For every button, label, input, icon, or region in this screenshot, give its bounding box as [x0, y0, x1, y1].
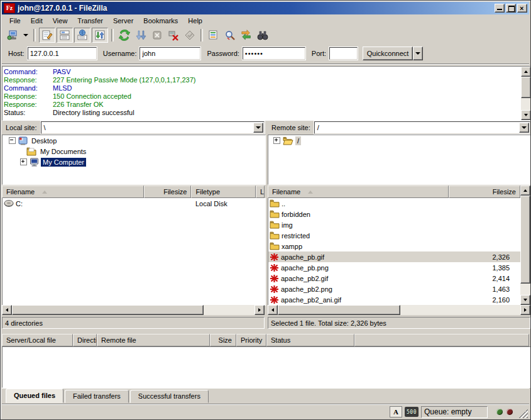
tab-successful-transfers[interactable]: Successful transfers — [130, 390, 209, 403]
scroll-down-button[interactable] — [520, 295, 530, 305]
local-site-combo[interactable]: \ — [41, 121, 265, 134]
log-scrollbar[interactable] — [521, 67, 531, 120]
file-row-selected[interactable]: apache_pb.gif 2,326 — [268, 251, 521, 262]
scrollbar-thumb[interactable] — [521, 77, 531, 98]
scrollbar-thumb[interactable] — [520, 196, 530, 284]
title-bar[interactable]: Fz john@127.0.0.1 - FileZilla × — [2, 2, 529, 14]
file-row[interactable]: restricted — [268, 230, 521, 241]
synchronized-browsing-button[interactable] — [239, 28, 254, 42]
search-files-button[interactable] — [255, 28, 270, 42]
process-queue-button[interactable] — [133, 28, 148, 42]
toggle-remote-tree-button[interactable] — [74, 28, 90, 43]
column-header-priority[interactable]: Priority — [236, 334, 266, 346]
tree-item-root[interactable]: / — [268, 135, 531, 146]
column-header-label: Priority — [241, 336, 262, 344]
password-input[interactable] — [243, 47, 305, 60]
quickconnect-button[interactable]: Quickconnect — [363, 47, 413, 60]
scroll-left-button[interactable] — [2, 305, 12, 315]
compare-button[interactable] — [222, 28, 238, 42]
column-header-filesize[interactable]: Filesize — [449, 185, 520, 198]
maximize-button[interactable] — [506, 4, 516, 13]
resize-grip[interactable] — [519, 409, 528, 418]
column-header-status[interactable]: Status — [266, 334, 354, 346]
column-header-remote-file[interactable]: Remote file — [97, 334, 210, 346]
maximize-icon — [508, 6, 515, 12]
column-header-filename[interactable]: Filename — [2, 185, 144, 198]
remote-vertical-scrollbar[interactable] — [520, 185, 530, 305]
data-type-indicator[interactable]: A — [390, 406, 402, 417]
menu-server[interactable]: Server — [108, 15, 138, 26]
remote-site-dropdown-button[interactable] — [519, 123, 529, 133]
menu-view[interactable]: View — [48, 15, 73, 26]
remote-horizontal-scrollbar[interactable] — [268, 305, 530, 315]
username-input[interactable] — [140, 47, 200, 60]
open-folder-icon — [283, 136, 293, 145]
port-input[interactable] — [329, 47, 358, 60]
quickconnect-dropdown-button[interactable] — [413, 47, 423, 60]
file-row[interactable]: xampp — [268, 241, 521, 251]
receive-activity-led — [496, 409, 503, 415]
file-size: 2,160 — [454, 296, 521, 304]
column-header-direction[interactable]: Directi... — [73, 334, 97, 346]
tab-failed-transfers[interactable]: Failed transfers — [65, 390, 129, 403]
column-header-last-modified[interactable]: L — [256, 185, 265, 198]
column-header-filetype[interactable]: Filetype — [191, 185, 256, 198]
column-header-server-local-file[interactable]: Server/Local file — [2, 334, 73, 346]
local-site-dropdown-button[interactable] — [253, 123, 263, 133]
filezilla-window: { "window": { "title": "john@127.0.0.1 -… — [0, 0, 531, 420]
filter-button[interactable] — [206, 28, 221, 42]
menu-edit[interactable]: Edit — [26, 15, 48, 26]
menu-file[interactable]: File — [4, 15, 26, 26]
expand-icon[interactable] — [20, 158, 27, 165]
queue-list[interactable] — [2, 346, 531, 388]
remote-site-combo[interactable]: / — [314, 121, 530, 134]
site-manager-dropdown-button[interactable] — [21, 28, 30, 42]
file-row[interactable]: apache_pb2.png 1,463 — [268, 284, 521, 294]
scroll-up-button[interactable] — [521, 67, 531, 77]
scroll-right-button[interactable] — [520, 305, 530, 315]
scrollbar-thumb[interactable] — [278, 305, 400, 315]
column-header-filename[interactable]: Filename — [268, 185, 449, 198]
menu-help[interactable]: Help — [183, 15, 207, 26]
file-row[interactable]: apache_pb.png 1,385 — [268, 262, 521, 273]
minimize-button[interactable] — [495, 4, 505, 13]
disconnect-button[interactable] — [166, 28, 181, 42]
close-button[interactable]: × — [517, 4, 527, 13]
speed-limit-indicator[interactable]: 500 — [405, 407, 419, 417]
file-row[interactable]: apache_pb2.gif 2,414 — [268, 273, 521, 284]
file-row[interactable]: forbidden — [268, 209, 521, 219]
tree-item-my-documents[interactable]: My Documents — [3, 146, 265, 157]
tree-item-my-computer[interactable]: My Computer — [3, 157, 265, 167]
collapse-icon[interactable] — [9, 137, 16, 144]
scroll-down-button[interactable] — [521, 110, 531, 120]
host-input[interactable] — [28, 47, 97, 60]
toggle-local-tree-button[interactable] — [57, 28, 73, 43]
toggle-message-log-button[interactable] — [39, 28, 55, 43]
expand-icon[interactable] — [273, 137, 280, 144]
refresh-button[interactable] — [117, 28, 132, 42]
close-icon: × — [520, 4, 523, 13]
local-horizontal-scrollbar[interactable] — [2, 305, 265, 315]
scroll-left-button[interactable] — [268, 305, 278, 315]
reconnect-button[interactable] — [182, 28, 197, 42]
file-row[interactable]: img — [268, 219, 521, 230]
menu-transfer[interactable]: Transfer — [72, 15, 108, 26]
arrow-up-icon — [523, 189, 527, 192]
column-header-filesize[interactable]: Filesize — [144, 185, 192, 198]
file-row[interactable]: apache_pb2_ani.gif 2,160 — [268, 294, 521, 305]
scroll-right-button[interactable] — [255, 305, 265, 315]
my-computer-icon — [30, 158, 39, 167]
file-row-c-drive[interactable]: C: Local Disk — [3, 198, 265, 209]
scroll-up-button[interactable] — [520, 185, 530, 196]
menu-bookmarks[interactable]: Bookmarks — [138, 15, 183, 26]
tab-queued-files[interactable]: Queued files — [6, 389, 63, 403]
site-manager-button[interactable] — [5, 28, 20, 42]
column-header-size[interactable]: Size — [210, 334, 236, 346]
file-size: 1,385 — [454, 264, 521, 272]
scrollbar-thumb[interactable] — [12, 305, 204, 315]
file-row[interactable]: .. — [268, 198, 521, 209]
tree-item-desktop[interactable]: Desktop — [3, 135, 265, 146]
toggle-transfer-queue-button[interactable] — [92, 28, 108, 43]
cancel-button[interactable] — [150, 28, 165, 42]
synchronized-browsing-icon — [241, 30, 252, 41]
